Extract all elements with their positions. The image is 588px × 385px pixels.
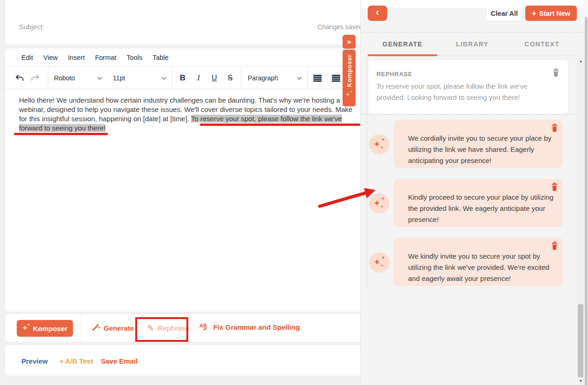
trash-icon[interactable] bbox=[552, 68, 560, 78]
chevron-down-icon bbox=[297, 75, 302, 80]
wand-icon bbox=[92, 323, 100, 333]
chevron-left-icon: ‹ bbox=[376, 7, 379, 19]
suggestion-card[interactable]: We kindly invite you to secure your spot… bbox=[394, 238, 563, 286]
fix-grammar-button[interactable]: AB ✔ Fix Grammar and Spelling bbox=[199, 322, 300, 332]
list-icon[interactable] bbox=[328, 70, 344, 86]
red-underline-annotation bbox=[200, 124, 360, 126]
tab-generate[interactable]: GENERATE bbox=[368, 33, 437, 55]
rephrase-prompt-card: REPHRASE To reserve your spot, please fo… bbox=[368, 59, 568, 114]
selected-text: forward to seeing you there! bbox=[19, 124, 106, 132]
red-box-annotation bbox=[135, 317, 188, 342]
selected-text: To reserve your spot, please follow the … bbox=[191, 115, 342, 123]
tab-library[interactable]: LIBRARY bbox=[437, 33, 507, 55]
grammar-check-icon: AB ✔ bbox=[199, 322, 210, 332]
chevron-down-icon bbox=[97, 75, 102, 80]
chevron-down-icon bbox=[161, 75, 166, 80]
plus-icon: + bbox=[532, 9, 536, 18]
sparkle-badge: ✦ ✦ ✦ bbox=[369, 134, 390, 155]
sparkle-icon: ✦ ✦ bbox=[22, 324, 30, 333]
menu-view[interactable]: View bbox=[43, 54, 58, 61]
menu-format[interactable]: Format bbox=[95, 54, 116, 61]
trash-icon[interactable] bbox=[551, 124, 558, 134]
undo-icon[interactable] bbox=[12, 70, 27, 86]
scroll-down-icon[interactable]: ▼ bbox=[577, 379, 585, 383]
strikethrough-button[interactable]: S bbox=[222, 70, 238, 86]
menu-table[interactable]: Table bbox=[152, 54, 169, 61]
double-chevron-icon: » bbox=[347, 37, 351, 46]
start-new-button[interactable]: + Start New bbox=[525, 6, 577, 21]
menu-edit[interactable]: Edit bbox=[21, 54, 33, 61]
komposer-button[interactable]: ✦ ✦ Komposer bbox=[17, 320, 73, 337]
justify-icon[interactable] bbox=[310, 70, 325, 86]
font-size-select[interactable]: 11pt bbox=[106, 74, 172, 82]
scroll-up-icon[interactable]: ▲ bbox=[577, 59, 585, 63]
scrollbar-thumb[interactable] bbox=[578, 304, 583, 377]
body-line: forward to seeing you there! bbox=[19, 124, 106, 132]
sparkle-icon: ✦ ✦ bbox=[345, 91, 353, 98]
bold-button[interactable]: B bbox=[175, 70, 191, 86]
subject-label[interactable]: Subject: bbox=[19, 23, 44, 31]
komposer-panel: ‹ Clear All + Start New GENERATE LIBRARY… bbox=[360, 0, 584, 385]
prompt-text: To reserve your spot, please follow the … bbox=[377, 81, 558, 103]
italic-button[interactable]: I bbox=[191, 70, 206, 86]
back-button[interactable]: ‹ bbox=[368, 6, 387, 21]
body-line: Hello there! We understand how certain i… bbox=[19, 96, 340, 104]
suggestion-row: ✦ ✦ ✦ Kindly proceed to secure your plac… bbox=[361, 179, 577, 227]
body-line: webinar, designed to help you navigate t… bbox=[19, 105, 352, 113]
panel-tabs: GENERATE LIBRARY CONTEXT bbox=[368, 33, 577, 56]
suggestion-card[interactable]: We cordially invite you to secure your p… bbox=[394, 120, 563, 168]
redo-icon[interactable] bbox=[27, 70, 43, 86]
panel-scrollbar[interactable]: ▲ ▼ bbox=[577, 56, 585, 385]
save-email-button[interactable]: Save Email bbox=[101, 357, 138, 365]
sparkle-badge: ✦ ✦ ✦ bbox=[369, 252, 390, 273]
red-arrow-annotation bbox=[316, 186, 379, 211]
red-underline-annotation bbox=[14, 133, 108, 135]
collapse-panel-button[interactable]: » bbox=[343, 35, 356, 49]
trash-icon[interactable] bbox=[551, 241, 558, 252]
prompt-title: REPHRASE bbox=[377, 71, 412, 78]
komposer-side-tab[interactable]: Komposer ✦ ✦ bbox=[343, 50, 356, 106]
body-line: for this insightful session, happening o… bbox=[19, 115, 342, 123]
scrollbar-thumb[interactable] bbox=[585, 17, 588, 385]
divider bbox=[361, 114, 577, 115]
suggestion-row: ✦ ✦ ✦ We cordially invite you to secure … bbox=[361, 120, 577, 168]
generate-button[interactable]: Generate bbox=[92, 323, 134, 333]
preview-button[interactable]: Preview bbox=[21, 357, 48, 365]
suggestion-row: ✦ ✦ ✦ We kindly invite you to secure you… bbox=[361, 238, 577, 286]
ab-test-button[interactable]: + A/B Test bbox=[59, 357, 93, 365]
tab-context[interactable]: CONTEXT bbox=[507, 33, 577, 55]
trash-icon[interactable] bbox=[551, 183, 558, 193]
block-format-select[interactable]: Paragraph bbox=[241, 74, 307, 82]
divider bbox=[81, 314, 81, 343]
underline-button[interactable]: U bbox=[206, 70, 222, 86]
active-tab-indicator bbox=[368, 54, 437, 56]
menu-tools[interactable]: Tools bbox=[126, 54, 142, 61]
suggestion-card[interactable]: Kindly proceed to secure your place by u… bbox=[394, 179, 563, 227]
menu-insert[interactable]: Insert bbox=[68, 54, 85, 61]
font-family-select[interactable]: Roboto bbox=[48, 74, 106, 82]
clear-all-button[interactable]: Clear All bbox=[487, 6, 522, 21]
page-scrollbar[interactable] bbox=[584, 0, 588, 385]
